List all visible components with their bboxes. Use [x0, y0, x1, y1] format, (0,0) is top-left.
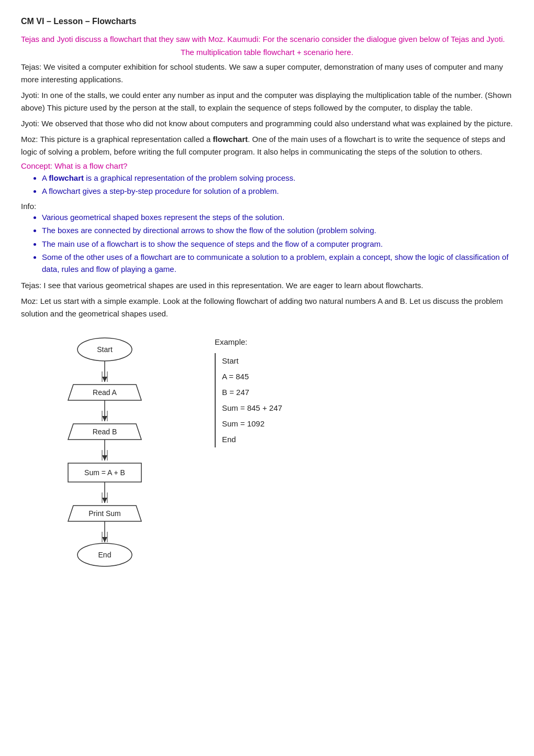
flowchart-area: Start Read A Read B Su [21, 330, 513, 602]
concept-label: Concept: What is a flow chart? [21, 161, 513, 170]
flowchart-diagram: Start Read A Read B Su [26, 330, 183, 602]
concept-bullets: A flowchart is a graphical representatio… [42, 172, 513, 198]
flowchart-svg: Start Read A Read B Su [21, 330, 188, 602]
svg-marker-9 [102, 416, 107, 421]
svg-text:Start: Start [97, 345, 113, 354]
svg-marker-3 [102, 377, 107, 382]
example-line-0: Start [222, 353, 513, 369]
svg-text:Print Sum: Print Sum [88, 509, 120, 518]
svg-text:End: End [98, 551, 112, 559]
info-label: Info: [21, 202, 513, 211]
svg-marker-21 [102, 498, 107, 503]
para6: Moz: Let us start with a simple example.… [21, 295, 513, 320]
example-line-3: Sum = 845 + 247 [222, 400, 513, 416]
para3: Jyoti: We observed that those who did no… [21, 117, 513, 130]
info-bullets: Various geometrical shaped boxes represe… [42, 212, 513, 276]
concept-bullet-2: A flowchart gives a step-by-step procedu… [42, 185, 513, 198]
example-line-1: A = 845 [222, 369, 513, 385]
info-bullet-2: The boxes are connected by directional a… [42, 225, 513, 237]
intro-magenta-text: Tejas and Jyoti discuss a flowchart that… [21, 34, 513, 46]
svg-text:Read A: Read A [93, 388, 117, 397]
para1: Tejas: We visited a computer exhibition … [21, 61, 513, 86]
svg-marker-27 [102, 537, 107, 542]
example-line-2: B = 247 [222, 385, 513, 400]
example-content: Start A = 845 B = 247 Sum = 845 + 247 Su… [215, 353, 513, 447]
example-section: Example: Start A = 845 B = 247 Sum = 845… [204, 330, 513, 447]
info-bullet-3: The main use of a flowchart is to show t… [42, 238, 513, 250]
page-title: CM VI – Lesson – Flowcharts [21, 17, 513, 26]
example-line-5: End [222, 432, 513, 447]
info-bullet-1: Various geometrical shaped boxes represe… [42, 212, 513, 224]
svg-text:Sum = A + B: Sum = A + B [84, 468, 125, 477]
intro-center-text: The multiplication table flowchart + sce… [21, 48, 513, 57]
info-bullet-4: Some of the other uses of a flowchart ar… [42, 251, 513, 275]
para4: Moz: This picture is a graphical represe… [21, 133, 513, 158]
example-label: Example: [215, 335, 513, 350]
svg-marker-15 [102, 455, 107, 461]
example-line-4: Sum = 1092 [222, 416, 513, 432]
para2: Jyoti: In one of the stalls, we could en… [21, 89, 513, 114]
para5: Tejas: I see that various geometrical sh… [21, 279, 513, 292]
concept-bullet-1: A flowchart is a graphical representatio… [42, 172, 513, 184]
svg-text:Read B: Read B [93, 428, 117, 436]
para4-prefix: Moz: This picture is a graphical represe… [21, 135, 213, 144]
para4-bold: flowchart [213, 135, 248, 144]
